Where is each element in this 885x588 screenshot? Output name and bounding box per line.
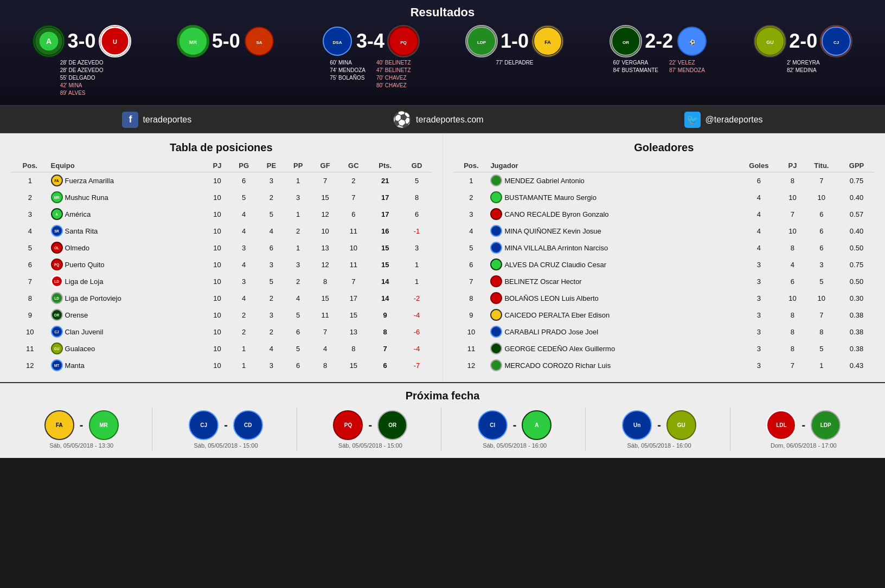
tabla-cell: 15 — [368, 240, 402, 256]
results-section: Resultados A 3-0 U — [0, 0, 885, 106]
gol-cell: 3 — [737, 256, 781, 273]
proxima-match-item: LDL-LDPDom, 06/05/2018 - 17:00 — [733, 408, 874, 451]
tabla-cell: 16 — [368, 223, 402, 240]
gol-cell: 0.75 — [839, 172, 874, 189]
tabla-cell: 1 — [230, 357, 258, 374]
team-logo-gualaceo: GU — [754, 25, 786, 57]
tabla-cell: 2 — [285, 223, 311, 240]
tabla-cell: 10 — [204, 172, 229, 189]
tabla-cell: 6 — [285, 357, 311, 374]
tabla-cell: 6 — [339, 206, 368, 223]
tabla-cell: 11 — [11, 340, 49, 357]
tabla-cell: 10 — [204, 189, 229, 206]
team-name-cell: MTManta — [49, 357, 205, 374]
svg-text:GU: GU — [767, 40, 774, 45]
tabla-cell: 6 — [285, 324, 311, 340]
tabla-cell: 10 — [339, 240, 368, 256]
score-3: 3-4 — [356, 30, 384, 53]
goleadores-row: 10CARABALI PRADO Jose Joel3880.38 — [454, 324, 875, 340]
vs-separator: - — [801, 419, 805, 431]
gol-name-cell: CAICEDO PERALTA Eber Edison — [489, 307, 736, 324]
tabla-cell: -2 — [402, 290, 432, 307]
proxima-teams: LDL-LDP — [766, 410, 841, 440]
match-block-6: GU 2-0 CJ 2' MOREYRA82' MEDINA — [743, 25, 863, 74]
tabla-cell: 6 — [11, 256, 49, 273]
tabla-cell: 11 — [339, 223, 368, 240]
team-logo-mushuc: MR — [177, 25, 209, 57]
proxima-away-logo: CD — [233, 410, 263, 440]
gol-cell: 3 — [737, 273, 781, 290]
team-name-cell: CJClan Juvenil — [49, 324, 205, 340]
tabla-cell: 1 — [285, 240, 311, 256]
gol-cell: 10 — [781, 290, 804, 307]
tabla-cell: 9 — [11, 307, 49, 324]
svg-text:OR: OR — [623, 40, 629, 45]
team-logo-unk5: ⚽ — [676, 25, 708, 57]
tabla-cell: 2 — [258, 290, 285, 307]
gol-pos: 12 — [454, 357, 489, 374]
tabla-cell: 10 — [204, 340, 229, 357]
proxima-match-item: PQ-ORSáb, 05/05/2018 - 15:00 — [300, 408, 441, 451]
goleadores-table: Pos. Jugador Goles PJ Titu. GPP 1MENDEZ … — [454, 159, 875, 374]
tabla-cell: 10 — [311, 223, 339, 240]
gol-cell: 0.75 — [839, 256, 874, 273]
proxima-home-logo: Un — [622, 410, 652, 440]
tabla-cell: 3 — [285, 189, 311, 206]
gol-cell: 7 — [804, 172, 839, 189]
gol-cell: 6 — [737, 172, 781, 189]
twitter-icon: 🐦 — [684, 112, 701, 128]
scorers-3: 60' MINA74' MENDOZA75' BOLAÑOS 40' BELIN… — [330, 59, 411, 89]
tabla-row: 4SRSanta Rita10442101116-1 — [11, 223, 432, 240]
gol-cell: 8 — [781, 340, 804, 357]
gol-name-cell: CARABALI PRADO Jose Joel — [489, 324, 736, 340]
gol-cell: 6 — [804, 206, 839, 223]
tabla-cell: 10 — [204, 256, 229, 273]
tabla-cell: 14 — [368, 290, 402, 307]
tabla-cell: 3 — [11, 206, 49, 223]
gol-cell: 4 — [781, 256, 804, 273]
social-facebook: f teradeportes — [122, 112, 191, 128]
tabla-cell: 13 — [339, 324, 368, 340]
social-bar: f teradeportes ⚽ teradeportes.com 🐦 @ter… — [0, 106, 885, 133]
tabla-row: 7LDLiga de Loja1035287141 — [11, 273, 432, 290]
gol-pos: 6 — [454, 256, 489, 273]
goleadores-title: Goleadores — [454, 141, 875, 154]
gol-cell: 8 — [781, 324, 804, 340]
tabla-row: 11GUGualaceo10145487-4 — [11, 340, 432, 357]
proxima-match-date: Sáb, 05/05/2018 - 15:00 — [194, 442, 258, 449]
gol-name-cell: MINA QUIÑONEZ Kevin Josue — [489, 223, 736, 240]
vs-separator: - — [513, 419, 517, 431]
tabla-cell: 3 — [258, 172, 285, 189]
gol-pos: 8 — [454, 290, 489, 307]
tabla-cell: -4 — [402, 340, 432, 357]
tabla-cell: 21 — [368, 172, 402, 189]
tabla-row: 2MRMushuc Runa10523157178 — [11, 189, 432, 206]
tabla-cell: 6 — [368, 357, 402, 374]
tabla-cell: 3 — [285, 256, 311, 273]
svg-text:SA: SA — [256, 40, 262, 45]
tabla-cell: 15 — [311, 189, 339, 206]
tabla-cell: -6 — [402, 324, 432, 340]
proxima-title: Próxima fecha — [11, 390, 874, 402]
tabla-cell: 6 — [230, 172, 258, 189]
gol-cell: 4 — [737, 240, 781, 256]
tabla-row: 1FAFuerza Amarilla1063172215 — [11, 172, 432, 189]
tabla-cell: -7 — [402, 357, 432, 374]
team-logo-loja: U — [99, 25, 131, 57]
tabla-cell: 13 — [311, 240, 339, 256]
tabla-cell: 4 — [285, 290, 311, 307]
gol-cell: 0.43 — [839, 357, 874, 374]
tabla-cell: 10 — [11, 324, 49, 340]
tabla-cell: 8 — [11, 290, 49, 307]
tabla-cell: 1 — [402, 256, 432, 273]
tabla-row: 10CJClan Juvenil102267138-6 — [11, 324, 432, 340]
tabla-cell: 10 — [204, 324, 229, 340]
proxima-matches-row: FA-MRSáb, 05/05/2018 - 13:30CJ-CDSáb, 05… — [11, 408, 874, 451]
tabla-row: 9OROrense1023511159-4 — [11, 307, 432, 324]
tabla-cell: 8 — [339, 340, 368, 357]
gol-cell: 3 — [737, 340, 781, 357]
gol-cell: 10 — [781, 189, 804, 206]
tabla-row: 5OLOlmedo103611310153 — [11, 240, 432, 256]
tabla-cell: 10 — [204, 206, 229, 223]
scorers-6: 2' MOREYRA82' MEDINA — [787, 59, 820, 74]
